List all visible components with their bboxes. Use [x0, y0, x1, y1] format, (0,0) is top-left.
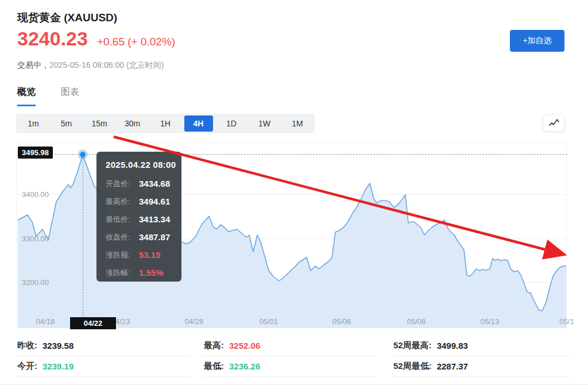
tooltip-row-change: 涨跌额: 53.15 [106, 246, 181, 264]
x-axis-label: 05/13 [481, 317, 500, 326]
stats-column-2: 最高: 3252.06 最低: 3236.26 [204, 336, 376, 377]
line-chart-icon [548, 118, 560, 128]
stats-column-1: 昨收: 3239.58 今开: 3239.19 [17, 336, 189, 377]
view-tabs: 概览 图表 [17, 86, 79, 106]
y-axis-label: 3200.00 [22, 278, 49, 287]
interval-toolbar: 1m 5m 15m 30m 1H 4H 1D 1W 1M [16, 114, 315, 133]
last-price: 3240.23 [17, 28, 88, 50]
x-axis-label: 05/1 [559, 317, 574, 326]
tooltip-row-close: 收盘价: 3487.87 [106, 228, 181, 246]
crosshair-vertical-line [83, 155, 83, 319]
interval-4h[interactable]: 4H [184, 116, 213, 132]
crosshair-price-tag: 3495.98 [18, 147, 53, 159]
instrument-title: 现货黄金 (XAUUSD) [17, 10, 117, 25]
stat-52w-high: 52周最高: 3499.83 [393, 336, 571, 356]
price-chart[interactable]: 3495.98 04/22 2025.04.22 08:00 开盘价: 3434… [16, 142, 567, 329]
y-axis-label: 3400.00 [22, 190, 49, 199]
interval-1d[interactable]: 1D [217, 116, 246, 132]
stat-prev-close: 昨收: 3239.58 [17, 336, 189, 356]
tooltip-datetime: 2025.04.22 08:00 [106, 160, 181, 170]
stat-open: 今开: 3239.19 [17, 356, 189, 377]
tooltip-row-open: 开盘价: 3434.68 [106, 175, 181, 192]
x-axis-label: 04/28 [185, 317, 204, 326]
interval-1h[interactable]: 1H [151, 116, 180, 132]
tab-chart[interactable]: 图表 [61, 86, 79, 106]
stats-column-3: 52周最高: 3499.83 52周最低: 2287.37 [393, 336, 571, 377]
interval-1m-month[interactable]: 1M [283, 116, 312, 132]
add-watchlist-button[interactable]: +加自选 [510, 30, 564, 52]
price-row: 3240.23 +0.65 (+ 0.02%) [17, 28, 175, 50]
quote-timestamp: 2025-05-16 08:06:00 (北京时间) [49, 60, 164, 70]
tab-overview[interactable]: 概览 [17, 86, 36, 106]
tooltip-row-change-pct: 涨跌幅: 1.55% [106, 264, 181, 282]
x-axis-label: 05/08 [407, 317, 426, 326]
interval-30m[interactable]: 30m [118, 116, 147, 132]
interval-5m[interactable]: 5m [52, 116, 81, 132]
crosshair-date-tag: 04/22 [70, 317, 116, 329]
crosshair-dot [78, 150, 88, 160]
stat-high: 最高: 3252.06 [204, 336, 376, 356]
price-change: +0.65 (+ 0.02%) [97, 36, 175, 48]
trading-status: 交易中， [17, 60, 49, 70]
interval-15m[interactable]: 15m [85, 116, 114, 132]
y-axis-label: 3300.00 [22, 234, 49, 243]
x-axis-label: 05/06 [332, 317, 351, 326]
trading-status-row: 交易中，2025-05-16 08:06:00 (北京时间) [17, 60, 164, 71]
quote-page: 现货黄金 (XAUUSD) 3240.23 +0.65 (+ 0.02%) 交易… [0, 0, 588, 385]
interval-1m[interactable]: 1m [19, 116, 48, 132]
x-axis-label: 04/18 [36, 317, 55, 326]
tooltip-row-high: 最高价: 3494.61 [106, 192, 181, 210]
stat-low: 最低: 3236.26 [204, 356, 376, 377]
chart-style-button[interactable] [543, 114, 565, 132]
tooltip-row-low: 最低价: 3413.34 [106, 210, 181, 228]
interval-1w[interactable]: 1W [250, 116, 279, 132]
stat-52w-low: 52周最低: 2287.37 [393, 356, 571, 377]
stats-panel: 昨收: 3239.58 今开: 3239.19 最高: 3252.06 最低: … [17, 336, 571, 377]
candle-tooltip: 2025.04.22 08:00 开盘价: 3434.68 最高价: 3494.… [96, 152, 181, 282]
x-axis-label: 05/01 [260, 317, 278, 326]
